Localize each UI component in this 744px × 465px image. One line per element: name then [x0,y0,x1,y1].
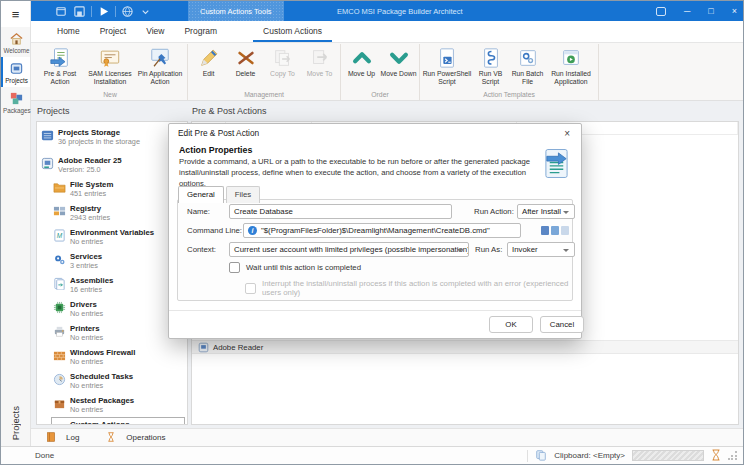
tree-item-detail: No entries [70,237,154,246]
sidebar-item-welcome[interactable]: Welcome [1,27,30,57]
sidebar-item-packages[interactable]: Packages [1,87,30,117]
run-action-select[interactable]: After Install [517,204,575,219]
dialog-tab-files[interactable]: Files [226,186,260,203]
tree-item-adobe-reader-25[interactable]: Adobe Reader 25Version: 25.0 [39,153,185,177]
actions-panel-title: Pre & Post Actions [191,104,739,120]
clipboard-status: Clipboard: <Empty> [554,451,625,460]
save-package-icon[interactable] [73,5,86,18]
run-action-label: Run Action: [474,207,514,216]
run-as-label: Run As: [475,245,502,254]
run-installed-application-button[interactable]: Run Installed Application [546,44,596,86]
cancel-button[interactable]: Cancel [540,316,584,333]
tree-item-text: Windows FirewallNo entries [70,348,135,366]
sidebar-item-label: Welcome [3,47,30,54]
dialog-title-bar[interactable]: Edit Pre & Post Action × [169,124,581,142]
pin-application-icon [149,46,171,70]
resize-grip[interactable] [728,451,737,460]
ribbon-group-buttons: Pre & Post ActionSAM Licenses Installati… [35,44,185,91]
open-editor-icon[interactable] [561,226,569,235]
globe-icon[interactable] [121,5,134,18]
tree-item-text: Services3 entries [70,252,102,270]
tree-item-custom-actions[interactable]: Custom Actions5 entries [51,417,185,425]
move-down-icon [388,46,410,70]
welcome-icon [3,31,30,46]
sam-licenses-installation-button[interactable]: SAM Licenses Installation [85,44,135,86]
ok-button[interactable]: OK [489,316,533,333]
projects-icon [3,61,30,76]
pin-application-action-button[interactable]: Pin Application Action [135,44,185,86]
dialog-tabs: GeneralFiles [178,186,262,203]
interrupt-checkbox [245,283,256,294]
tab-program[interactable]: Program [174,21,227,42]
tree-item-projects-storage[interactable]: Projects Storage36 projects in the stora… [39,125,185,149]
move-to-button: Move To [301,44,338,78]
tree-item-windows-firewall[interactable]: Windows FirewallNo entries [51,345,185,369]
close-button[interactable]: × [732,6,737,16]
info-icon: i [248,226,257,235]
name-row: Name: [187,207,210,216]
edit-button[interactable]: Edit [190,44,227,78]
interrupt-checkbox-label: Interrupt the install/uninstall process … [262,279,581,297]
tab-home[interactable]: Home [47,21,90,42]
command-line-value: "$(ProgramFilesFolder)$\Dreamlight\Manag… [261,226,490,235]
browse-file-icon[interactable] [551,226,559,235]
tree-item-nested-packages[interactable]: Nested PackagesNo entries [51,393,185,417]
run-vb-script-button[interactable]: Run VB Script [472,44,509,86]
ribbon-button-label: Run VB Script [472,70,509,86]
delete-button[interactable]: Delete [227,44,264,78]
tree-item-detail: 36 projects in the storage [58,137,140,146]
ribbon-button-label: Move Up [348,70,375,78]
dialog-close-icon[interactable]: × [562,128,572,139]
context-select[interactable]: Current user account with limited privil… [229,242,469,257]
tree-item-services[interactable]: Services3 entries [51,249,185,273]
command-line-input[interactable]: i "$(ProgramFilesFolder)$\Dreamlight\Man… [243,223,521,238]
tree-item-drivers[interactable]: DriversNo entries [51,297,185,321]
tree-item-printers[interactable]: PrintersNo entries [51,321,185,345]
tab-custom-actions[interactable]: Custom Actions [253,21,332,42]
activity-bar: ≡ WelcomeProjectsPackages Projects [1,1,31,446]
command-line-toolbar [541,226,569,235]
tree-item-scheduled-tasks[interactable]: Scheduled TasksNo entries [51,369,185,393]
tree-item-assemblies[interactable]: Assemblies16 entries [51,273,185,297]
move-up-button[interactable]: Move Up [343,44,380,78]
ribbon-button-label: Run PowerShell Script [422,70,472,86]
tree-item-registry[interactable]: Registry2943 entries [51,201,185,225]
qat-separator [91,6,92,17]
tree-item-detail: No entries [70,309,103,318]
dialog-footer-divider [169,310,581,311]
ribbon-button-label: Run Installed Application [546,70,596,86]
name-input[interactable]: Create Database [229,204,452,219]
wait-checkbox[interactable] [229,262,240,273]
bottom-tab-log[interactable]: Log [45,431,79,445]
file-system-icon [53,180,66,198]
actions-group-row[interactable]: Adobe Reader [192,340,738,354]
minimize-button[interactable]: ─ [684,6,690,16]
bottom-tab-operations[interactable]: Operations [105,431,165,445]
hourglass-icon [711,449,721,463]
qat-customize-icon[interactable] [139,5,152,18]
new-package-icon[interactable] [55,5,68,18]
ribbon-group-order: Move UpMove DownOrder [341,44,420,100]
sidebar-item-label: Projects [3,77,30,84]
status-bar: Done Clipboard: <Empty> [1,446,743,464]
tab-project[interactable]: Project [90,21,136,42]
tree-item-environment-variables[interactable]: MEnvironment VariablesNo entries [51,225,185,249]
insert-variable-icon[interactable] [541,226,549,235]
dialog-tab-general[interactable]: General [178,186,224,203]
maximize-button[interactable]: □ [708,6,713,16]
sidebar-item-projects[interactable]: Projects [1,57,30,87]
context-label: Context: [187,245,216,254]
pre-post-action-button[interactable]: Pre & Post Action [35,44,85,86]
menu-hamburger-icon[interactable]: ≡ [1,1,30,27]
run-icon[interactable] [97,5,110,18]
tab-view[interactable]: View [136,21,174,42]
run-as-select[interactable]: Invoker [507,242,575,257]
run-powershell-script-button[interactable]: Run PowerShell Script [422,44,472,86]
ribbon-options-icon[interactable] [656,7,666,16]
tree-item-file-system[interactable]: File System451 entries [51,177,185,201]
ribbon-button-label: Move Down [381,70,417,78]
run-batch-file-button[interactable]: Run Batch File [509,44,546,86]
tree-item-text: DriversNo entries [70,300,103,318]
move-down-button[interactable]: Move Down [380,44,417,78]
ribbon-group-label: New [35,91,185,100]
